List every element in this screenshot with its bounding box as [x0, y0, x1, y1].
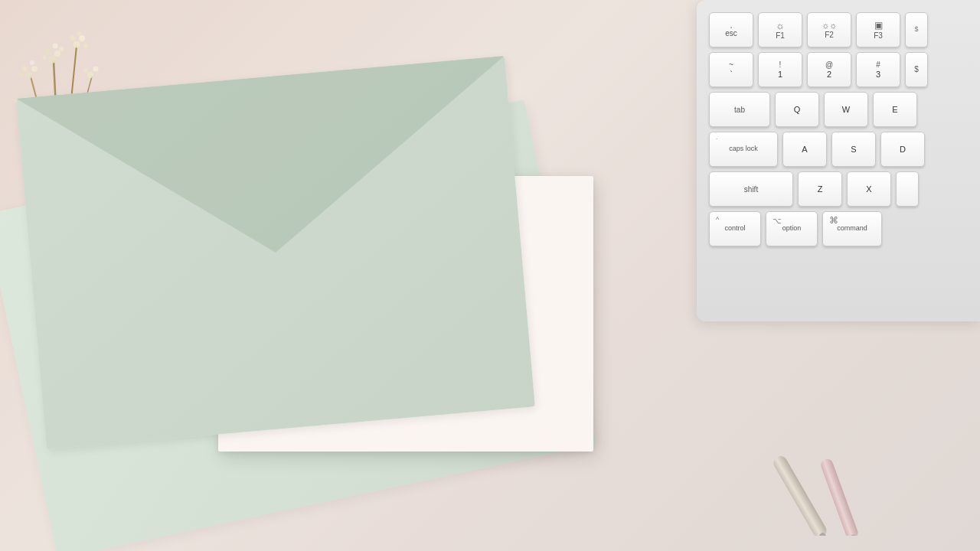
key-f2: ☼☼ F2 — [807, 12, 851, 47]
key-f1: ☼ F1 — [758, 12, 802, 47]
scene: Install an email pop-up on your website … — [0, 0, 980, 551]
key-backtick: ~ ` — [709, 52, 753, 87]
key-1: ! 1 — [758, 52, 802, 87]
keyboard-row-1: , esc ☼ F1 ☼☼ F2 ▣ F3 $ — [709, 12, 968, 47]
keyboard-row-2: ~ ` ! 1 @ 2 # 3 $ — [709, 52, 968, 87]
key-option: ⌥ option — [766, 211, 818, 246]
key-f4-partial: $ — [905, 12, 928, 47]
key-shift: shift — [709, 171, 793, 207]
key-x: X — [847, 171, 891, 207]
key-d: D — [880, 132, 925, 167]
svg-rect-32 — [819, 457, 860, 536]
key-capslock: · caps lock — [709, 132, 778, 167]
key-e: E — [873, 92, 917, 127]
key-3: # 3 — [856, 52, 900, 87]
svg-rect-29 — [771, 454, 829, 536]
key-z: Z — [798, 171, 842, 207]
key-s: S — [831, 132, 876, 167]
keyboard-row-6: ^ control ⌥ option ⌘ command — [709, 211, 968, 246]
key-control: ^ control — [709, 211, 761, 246]
key-f3: ▣ F3 — [856, 12, 900, 47]
key-w: W — [824, 92, 868, 127]
envelope-middle — [16, 56, 535, 449]
key-a: A — [782, 132, 827, 167]
key-q: Q — [775, 92, 819, 127]
key-c-partial — [896, 171, 919, 207]
keyboard-row-3: tab Q W E — [709, 92, 968, 127]
key-4-partial: $ — [905, 52, 928, 87]
key-esc: , esc — [709, 12, 753, 47]
keyboard-row-5: shift Z X — [709, 171, 968, 207]
key-command: ⌘ command — [822, 211, 882, 246]
key-2: @ 2 — [807, 52, 851, 87]
keyboard: , esc ☼ F1 ☼☼ F2 ▣ F3 $ ~ ` — [697, 0, 980, 321]
key-tab: tab — [709, 92, 770, 127]
pens — [735, 383, 965, 536]
keyboard-row-4: · caps lock A S D — [709, 132, 968, 167]
